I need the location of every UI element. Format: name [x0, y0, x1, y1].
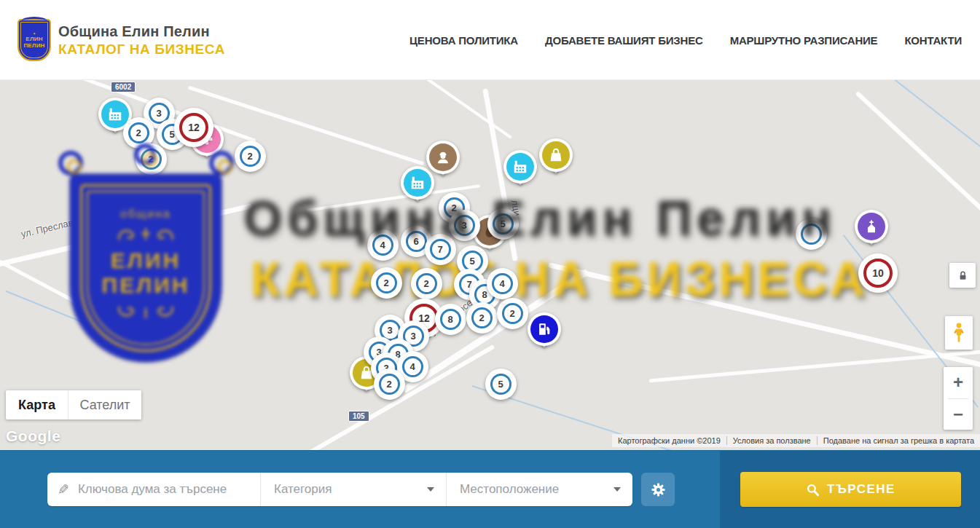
worker-icon: [429, 143, 457, 171]
cluster-count: 4: [492, 273, 513, 294]
nav-item-add-business[interactable]: ДОБАВЕТЕ ВАШИЯТ БИЗНЕС: [545, 34, 703, 47]
municipality-crest-icon: ✦ ЕЛИН ПЕЛИН: [17, 19, 51, 61]
cluster-count: 2: [471, 307, 493, 328]
crest-name-text: ПЕЛИН: [102, 273, 190, 298]
brand-text: Община Елин Пелин КАТАЛОГ НА БИЗНЕСА: [58, 23, 225, 58]
map-cluster-marker[interactable]: 5: [487, 208, 519, 240]
nav-item-pricing[interactable]: ЦЕНОВА ПОЛИТИКА: [409, 34, 518, 47]
bag-icon: [542, 141, 570, 169]
map-cluster-marker[interactable]: 8: [435, 304, 466, 335]
nav-item-timetable[interactable]: МАРШРУТНО РАЗПИСАНИЕ: [730, 34, 878, 47]
map-road: [548, 262, 980, 369]
cluster-count: [801, 224, 822, 245]
cluster-count: 2: [502, 303, 523, 324]
map-cluster-marker[interactable]: 12: [174, 108, 213, 147]
watermark-title: Община Елин Пелин: [243, 189, 836, 246]
pin-disc: [426, 141, 460, 174]
map-cluster-marker[interactable]: 10: [858, 253, 898, 293]
road-number-badge: 6002: [111, 82, 136, 92]
cluster-count: 10: [863, 259, 893, 288]
map-type-map-button[interactable]: Карта: [6, 390, 68, 419]
crest-name-text: ЕЛИН: [111, 248, 181, 273]
attribution-report-link[interactable]: Подаване на сигнал за грешка в картата: [817, 436, 980, 445]
map-cluster-marker[interactable]: 2: [235, 141, 266, 172]
map-type-control: Карта Сателит: [6, 390, 141, 419]
pin-disc: [855, 210, 888, 243]
map-cluster-marker[interactable]: 2: [136, 143, 167, 175]
keyword-field[interactable]: ✎: [47, 473, 260, 506]
location-select-value: Местоположение: [447, 482, 614, 497]
watermark-crest: община ЕЛИН ПЕЛИН: [57, 155, 235, 366]
nav-item-contacts[interactable]: КОНТАКТИ: [904, 34, 962, 47]
map-cluster-marker[interactable]: 4: [487, 268, 518, 299]
zoom-control: + −: [944, 367, 973, 430]
advanced-settings-button[interactable]: [641, 473, 675, 506]
map-cluster-marker[interactable]: 2: [497, 298, 528, 329]
street-label: ул. Преслав: [20, 217, 74, 240]
cluster-count: 5: [490, 374, 511, 395]
map-type-satellite-button[interactable]: Сателит: [68, 390, 141, 419]
header: ✦ ЕЛИН ПЕЛИН Община Елин Пелин КАТАЛОГ Н…: [0, 0, 980, 80]
search-submit-button[interactable]: ТЪРСЕНЕ: [740, 472, 961, 507]
street-view-pegman-button[interactable]: [945, 316, 973, 350]
map-cluster-marker[interactable]: 7: [425, 234, 456, 265]
search-submit-label: ТЪРСЕНЕ: [827, 482, 895, 497]
gear-icon: [650, 481, 667, 498]
cluster-count: 6: [406, 231, 427, 252]
crest-shield: община ЕЛИН ПЕЛИН: [70, 174, 222, 362]
keyword-input[interactable]: [69, 473, 260, 506]
map-pin-worker[interactable]: [426, 141, 460, 180]
cluster-count: 2: [128, 122, 149, 143]
watermark-subtitle: КАТАЛОГ НА БИЗНЕСА: [251, 251, 869, 307]
search-icon: [806, 483, 820, 497]
lock-icon: [957, 269, 969, 282]
map-pin-fuel[interactable]: [528, 312, 561, 352]
pencil-icon: ✎: [58, 481, 69, 498]
map-pin-bag[interactable]: [539, 138, 573, 178]
crest-name-line2: ПЕЛИН: [23, 42, 44, 49]
cluster-count: 3: [454, 215, 475, 236]
map-cluster-marker[interactable]: 2: [466, 302, 498, 334]
zoom-out-button[interactable]: −: [944, 399, 973, 430]
pin-disc: [539, 138, 573, 172]
pin-disc: [503, 150, 537, 184]
cluster-count: 2: [240, 146, 261, 167]
zoom-in-button[interactable]: +: [944, 367, 973, 398]
cluster-count: 2: [416, 273, 437, 294]
google-map[interactable]: ул. Преславбул. „Новоселлци6002105: [0, 80, 980, 450]
fuel-icon: [530, 315, 558, 343]
crest-flourish-icon: [115, 302, 176, 321]
cluster-count: 12: [179, 113, 208, 142]
search-bar: ✎ Категория Местоположение ТЪРСЕНЕ: [0, 450, 980, 528]
cluster-count: 4: [402, 356, 423, 377]
map-cluster-marker[interactable]: [796, 218, 827, 250]
attribution-data: Картографски данни ©2019: [612, 436, 726, 445]
cluster-count: 8: [440, 309, 461, 330]
map-cluster-marker[interactable]: 5: [485, 369, 517, 400]
map-cluster-marker[interactable]: 2: [371, 267, 402, 299]
church-icon: [858, 213, 885, 240]
factory-icon: [506, 153, 534, 181]
map-cluster-marker[interactable]: 2: [374, 369, 405, 400]
map-stream: [6, 291, 155, 352]
category-select[interactable]: Категория: [260, 473, 446, 506]
search-fields-group: ✎ Категория Местоположение: [47, 473, 632, 506]
map-attribution: Картографски данни ©2019 Условия за полз…: [612, 434, 980, 447]
attribution-terms-link[interactable]: Условия за ползване: [726, 436, 817, 445]
main-nav: ЦЕНОВА ПОЛИТИКА ДОБАВЕТЕ ВАШИЯТ БИЗНЕС М…: [409, 0, 962, 80]
map-cluster-marker[interactable]: 2: [411, 268, 442, 299]
map-cluster-marker[interactable]: 3: [449, 210, 480, 241]
cluster-count: 2: [379, 374, 400, 395]
map-cluster-marker[interactable]: 4: [367, 229, 399, 261]
location-select[interactable]: Местоположение: [446, 473, 632, 506]
map-road: [0, 203, 252, 270]
cluster-count: 7: [430, 239, 451, 260]
category-select-value: Категория: [261, 482, 427, 497]
brand-logo[interactable]: ✦ ЕЛИН ПЕЛИН Община Елин Пелин КАТАЛОГ Н…: [17, 19, 225, 61]
map-pin-church[interactable]: [855, 210, 888, 249]
map-lock-button[interactable]: [949, 263, 976, 288]
map-pin-factory[interactable]: [503, 150, 537, 189]
page: ✦ ЕЛИН ПЕЛИН Община Елин Пелин КАТАЛОГ Н…: [0, 0, 980, 528]
map-road: [649, 350, 980, 383]
google-logo[interactable]: Google: [6, 427, 60, 445]
